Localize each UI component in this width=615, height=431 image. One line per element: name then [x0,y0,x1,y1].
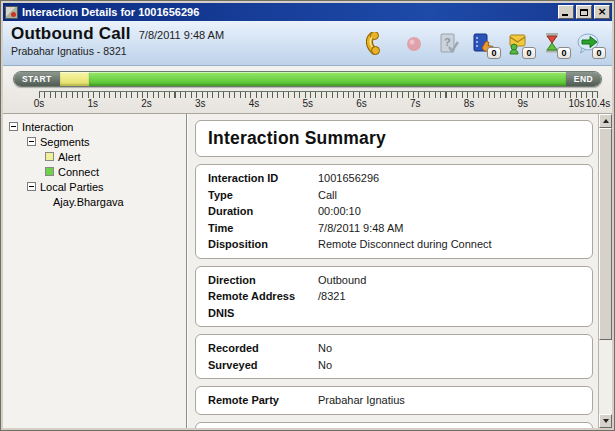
summary-row: DispositionRemote Disconnect during Conn… [208,236,580,253]
summary-groups: Interaction ID1001656296TypeCallDuration… [195,164,593,428]
tree-node-alert[interactable]: Alert [9,149,184,164]
summary-row: TypeCall [208,187,580,204]
summary-row-label: Local Parties [208,428,318,429]
maximize-icon [580,9,588,16]
record-icon [406,36,422,52]
summary-row: Remote Address/8321 [208,288,580,305]
tree-node-interaction-label: Interaction [22,121,73,133]
close-button[interactable]: × [594,5,610,19]
summary-row-value: Ajay.Bhargava [318,428,580,429]
collapse-icon[interactable] [9,122,18,131]
timeline-segment-connect[interactable] [89,72,566,86]
tags-button[interactable]: 0 [506,29,532,59]
interaction-tree: Interaction Segments Alert Connect Local… [3,114,186,428]
ruler-tick-label: 8s [464,98,475,109]
summary-panel: Interaction Summary Interaction ID100165… [188,114,598,428]
summary-row-value: Call [318,187,580,204]
related-button[interactable]: 0 [576,29,602,59]
tree-node-segments-label: Segments [40,136,90,148]
tree-node-connect[interactable]: Connect [9,164,184,179]
summary-row-value: Prabahar Ignatius [318,392,580,409]
attributes-count-badge: 0 [487,47,501,59]
summary-row-label: Remote Party [208,392,318,409]
summary-row-label: Duration [208,203,318,220]
record-button[interactable] [401,29,427,59]
events-button[interactable]: 0 [541,29,567,59]
tree-node-interaction[interactable]: Interaction [9,119,184,134]
summary-row-label: Recorded [208,340,318,357]
summary-row: Remote PartyPrabahar Ignatius [208,392,580,409]
ruler-tick-label: 9s [517,98,528,109]
summary-row-label: Type [208,187,318,204]
scrollbar-track[interactable] [599,128,612,414]
summary-row: Interaction ID1001656296 [208,170,580,187]
titlebar: Interaction Details for 1001656296 × [3,3,612,21]
arrow-down-icon [603,419,609,423]
arrow-up-icon [603,119,609,123]
scorecard-button[interactable]: ? [436,29,462,59]
summary-group: Remote PartyPrabahar Ignatius [195,386,593,415]
tree-node-local-party-label: Ajay.Bhargava [53,196,124,208]
call-party: Prabahar Ignatius - 8321 [11,45,366,57]
ruler-tick-label: 5s [302,98,313,109]
summary-row-value: 00:00:10 [318,203,580,220]
summary-row: Duration00:00:10 [208,203,580,220]
interaction-details-window: Interaction Details for 1001656296 × Out… [0,0,615,431]
ruler-tick-label: 7s [410,98,421,109]
summary-row: DNIS [208,305,580,322]
tree-node-local-party[interactable]: Ajay.Bhargava [9,194,184,209]
scroll-down-button[interactable] [599,414,612,428]
summary-row-value: No [318,357,580,374]
summary-row-label: DNIS [208,305,318,322]
summary-title: Interaction Summary [195,120,593,157]
minimize-icon [562,14,568,16]
end-handle[interactable]: END [566,72,601,86]
ruler-tick-label: 3s [195,98,206,109]
connect-color-swatch [45,167,54,176]
app-icon [5,6,18,19]
timeline-bar: START END [13,71,602,87]
ruler-tick-label: 10.4s [586,98,610,109]
summary-row-value: Outbound [318,272,580,289]
summary-row: RecordedNo [208,340,580,357]
maximize-button[interactable] [576,5,592,19]
start-handle[interactable]: START [14,72,60,86]
collapse-icon[interactable] [27,137,36,146]
ruler-labels: 0s1s2s3s4s5s6s7s8s9s10s10.4s [39,98,598,110]
ruler-tick-label: 2s [141,98,152,109]
tags-count-badge: 0 [522,47,536,59]
summary-group: Local PartiesAjay.Bhargava [195,422,593,429]
summary-row: Local PartiesAjay.Bhargava [208,428,580,429]
call-header: Outbound Call 7/8/2011 9:48 AM Prabahar … [3,21,612,66]
summary-row-label: Direction [208,272,318,289]
scrollbar-thumb[interactable] [599,128,612,340]
summary-row-value: 7/8/2011 9:48 AM [318,220,580,237]
scorecard-icon: ? [439,33,459,55]
summary-row-label: Disposition [208,236,318,253]
tree-node-local-parties-label: Local Parties [40,181,104,193]
attributes-button[interactable]: 0 [471,29,497,59]
collapse-icon[interactable] [27,182,36,191]
call-phone-button[interactable] [366,29,392,59]
tree-node-local-parties[interactable]: Local Parties [9,179,184,194]
summary-row-value [318,305,580,322]
summary-row-value: Remote Disconnect during Connect [318,236,580,253]
main-area: Interaction Segments Alert Connect Local… [3,113,612,428]
svg-text:?: ? [444,36,451,48]
toolbar: ? 0 0 [366,24,606,63]
timeline-segment-alert[interactable] [60,72,89,86]
close-icon: × [597,7,606,17]
minimize-button[interactable] [558,5,574,19]
summary-row-value: /8321 [318,288,580,305]
scroll-up-button[interactable] [599,114,612,128]
phone-icon [366,32,392,56]
summary-row-value: No [318,340,580,357]
summary-group: DirectionOutboundRemote Address/8321DNIS [195,266,593,328]
timeline: START END 0s1s2s3s4s5s6s7s8s9s10s10.4s [3,66,612,113]
summary-row-label: Remote Address [208,288,318,305]
vertical-scrollbar[interactable] [598,114,612,428]
call-datetime: 7/8/2011 9:48 AM [139,29,224,41]
timeline-segments [60,72,566,86]
tree-node-connect-label: Connect [58,166,99,178]
tree-node-segments[interactable]: Segments [9,134,184,149]
